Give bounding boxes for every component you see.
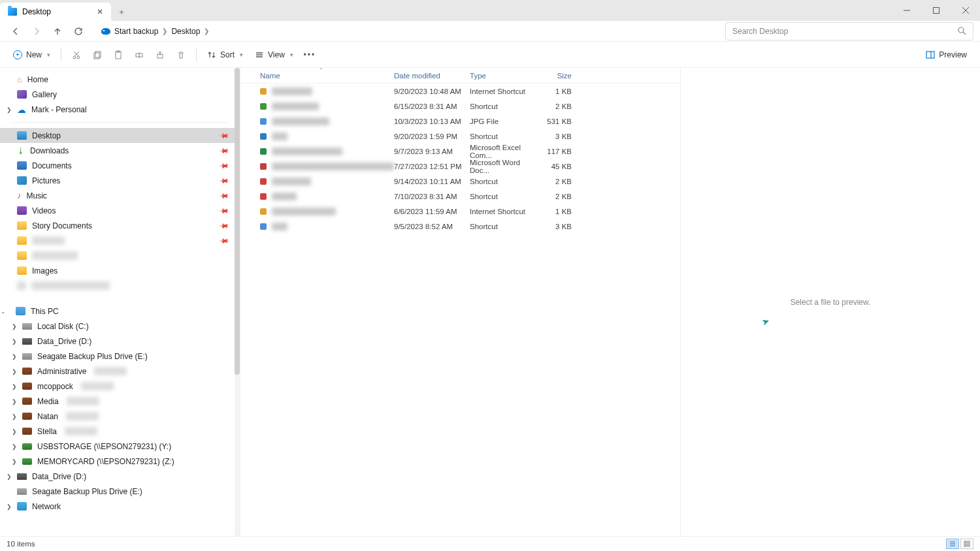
sidebar-mcoppock[interactable]: ❯mcoppock — [0, 379, 240, 394]
svg-rect-20 — [926, 52, 934, 58]
file-row[interactable]: 9/20/2023 1:59 PMShortcut3 KB — [240, 129, 680, 144]
chevron-right-icon[interactable]: ❯ — [10, 398, 18, 405]
file-row[interactable]: 9/14/2023 10:11 AMShortcut2 KB — [240, 174, 680, 189]
file-icon — [260, 148, 267, 155]
sidebar-desktop[interactable]: Desktop📌 — [0, 128, 240, 143]
copy-button[interactable] — [88, 48, 107, 62]
forward-button[interactable] — [27, 22, 46, 40]
sidebar-item-blurred[interactable]: 📌 — [0, 233, 240, 248]
file-row[interactable]: 9/20/2023 10:48 AMInternet Shortcut1 KB — [240, 84, 680, 99]
view-button[interactable]: View ▾ — [250, 48, 299, 62]
file-size: 3 KB — [534, 223, 576, 230]
sidebar-usbstorage[interactable]: ❯USBSTORAGE (\\EPSON279231) (Y:) — [0, 439, 240, 454]
new-button[interactable]: + New ▾ — [8, 48, 56, 62]
music-icon: ♪ — [17, 191, 22, 200]
sidebar-local-disk-c[interactable]: ❯Local Disk (C:) — [0, 319, 240, 334]
column-size[interactable]: Size — [534, 72, 576, 80]
sidebar-documents[interactable]: Documents📌 — [0, 158, 240, 173]
file-size: 45 KB — [534, 163, 576, 170]
sidebar-network[interactable]: ❯Network — [0, 499, 240, 514]
sidebar-onedrive-personal[interactable]: ❯☁Mark - Personal — [0, 102, 240, 117]
delete-button[interactable] — [171, 48, 191, 62]
sidebar-stella[interactable]: ❯Stella — [0, 424, 240, 439]
file-row[interactable]: 6/15/2023 8:31 AMShortcut2 KB — [240, 99, 680, 114]
file-row[interactable]: 7/27/2023 12:51 PMMicrosoft Word Doc...4… — [240, 159, 680, 174]
column-name[interactable]: Name — [260, 72, 394, 80]
chevron-right-icon[interactable]: ❯ — [10, 383, 18, 390]
chevron-right-icon[interactable]: ❯ — [5, 503, 13, 510]
details-view-toggle[interactable] — [946, 539, 959, 549]
sidebar-item-blurred[interactable] — [0, 248, 240, 263]
maximize-button[interactable] — [921, 0, 951, 21]
column-date[interactable]: Date modified — [394, 72, 470, 80]
preview-pane-button[interactable]: Preview — [921, 48, 972, 62]
sidebar-story-documents[interactable]: Story Documents📌 — [0, 218, 240, 233]
sidebar-this-pc[interactable]: ⌄This PC — [0, 304, 240, 319]
chevron-right-icon[interactable]: ❯ — [10, 413, 18, 420]
file-size: 2 KB — [534, 102, 576, 110]
chevron-right-icon[interactable]: ❯ — [5, 106, 13, 113]
close-window-button[interactable] — [951, 0, 980, 21]
minimize-button[interactable] — [892, 0, 921, 21]
chevron-right-icon[interactable]: ❯ — [10, 323, 18, 330]
file-row[interactable]: 7/10/2023 8:31 AMShortcut2 KB — [240, 189, 680, 204]
chevron-right-icon[interactable]: ❯ — [10, 428, 18, 435]
sidebar-scrollbar[interactable] — [235, 68, 240, 536]
chevron-right-icon[interactable]: ❯ — [10, 458, 18, 465]
more-button[interactable]: ••• — [300, 48, 319, 62]
share-button[interactable] — [150, 48, 170, 62]
rename-button[interactable] — [129, 48, 149, 62]
sidebar-music[interactable]: ♪Music📌 — [0, 188, 240, 203]
file-row[interactable]: 9/7/2023 9:13 AMMicrosoft Excel Com...11… — [240, 144, 680, 159]
sidebar-videos[interactable]: Videos📌 — [0, 203, 240, 218]
svg-point-6 — [73, 56, 76, 59]
file-row[interactable]: 10/3/2023 10:13 AMJPG File531 KB — [240, 114, 680, 129]
sidebar-downloads[interactable]: ⭳Downloads📌 — [0, 143, 240, 158]
chevron-right-icon[interactable]: ❯ — [10, 443, 18, 450]
scrollbar-thumb[interactable] — [235, 68, 240, 375]
sidebar-data-drive-d-2[interactable]: ❯Data_Drive (D:) — [0, 469, 240, 484]
breadcrumb-start-backup[interactable]: Start backup — [101, 27, 158, 36]
chevron-right-icon[interactable]: ❯ — [5, 473, 13, 480]
sidebar-media[interactable]: ❯Media — [0, 394, 240, 409]
sidebar-home[interactable]: ⌂Home — [0, 72, 240, 87]
sidebar-seagate-e-2[interactable]: Seagate Backup Plus Drive (E:) — [0, 484, 240, 499]
chevron-right-icon[interactable]: ❯ — [10, 368, 18, 375]
sidebar-data-drive-d[interactable]: ❯Data_Drive (D:) — [0, 334, 240, 349]
sidebar-natan[interactable]: ❯Natan — [0, 409, 240, 424]
cut-button[interactable] — [67, 48, 86, 62]
sidebar-gallery[interactable]: Gallery — [0, 87, 240, 102]
new-tab-button[interactable]: ＋ — [111, 3, 132, 21]
file-row[interactable]: 9/5/2023 8:52 AMShortcut3 KB — [240, 219, 680, 234]
window-tab[interactable]: Desktop ✕ — [0, 3, 111, 21]
sort-button[interactable]: Sort ▾ — [202, 48, 248, 62]
sidebar-seagate-e[interactable]: ❯Seagate Backup Plus Drive (E:) — [0, 349, 240, 364]
up-button[interactable] — [48, 22, 67, 40]
chevron-right-icon[interactable]: ❯ — [10, 338, 18, 345]
svg-line-8 — [74, 52, 79, 56]
sidebar-images[interactable]: Images — [0, 263, 240, 278]
column-type[interactable]: Type — [470, 72, 534, 80]
thumbnails-view-toggle[interactable] — [960, 539, 973, 549]
search-input[interactable]: Search Desktop — [725, 22, 973, 40]
sidebar-memorycard[interactable]: ❯MEMORYCARD (\\EPSON279231) (Z:) — [0, 454, 240, 469]
chevron-right-icon[interactable]: ❯ — [10, 353, 18, 360]
chevron-down-icon: ▾ — [47, 52, 50, 58]
paste-button[interactable] — [108, 48, 128, 62]
breadcrumb-desktop[interactable]: Desktop — [171, 27, 200, 36]
chevron-down-icon[interactable]: ⌄ — [0, 308, 7, 315]
file-list[interactable]: ⌃ Name Date modified Type Size 9/20/2023… — [240, 68, 681, 536]
svg-rect-1 — [933, 8, 939, 14]
sidebar-pictures[interactable]: Pictures📌 — [0, 173, 240, 188]
sidebar-administrative[interactable]: ❯Administrative — [0, 364, 240, 379]
breadcrumb[interactable]: Start backup ❯ Desktop ❯ — [95, 22, 717, 40]
gallery-icon — [17, 90, 27, 99]
refresh-button[interactable] — [69, 22, 88, 40]
pin-icon: 📌 — [219, 190, 229, 200]
file-row[interactable]: 6/6/2023 11:59 AMInternet Shortcut1 KB — [240, 204, 680, 219]
back-button[interactable] — [7, 22, 25, 40]
sidebar-item-blurred[interactable] — [0, 278, 240, 293]
pin-icon: 📌 — [219, 130, 229, 140]
file-date: 9/14/2023 10:11 AM — [394, 178, 470, 185]
tab-close-icon[interactable]: ✕ — [97, 7, 103, 16]
